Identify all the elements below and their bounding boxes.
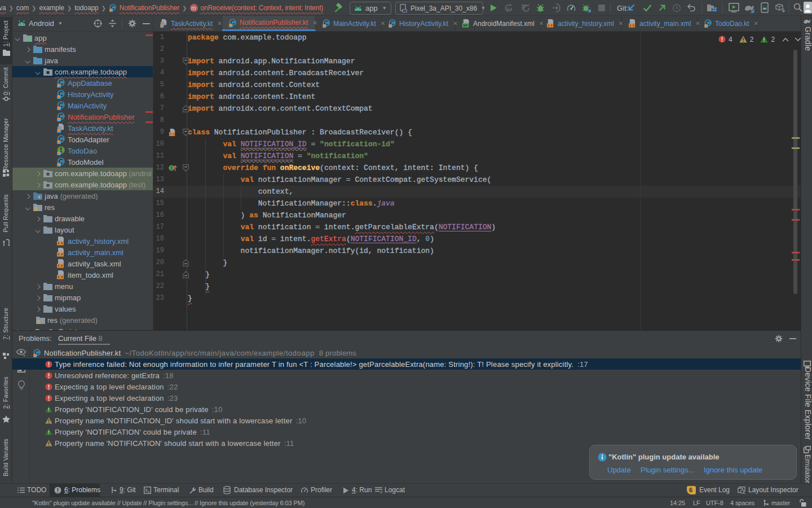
svg-text:A: A: [507, 6, 510, 11]
svg-text:MF: MF: [463, 23, 468, 27]
